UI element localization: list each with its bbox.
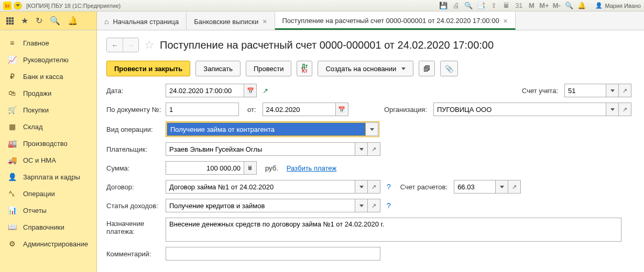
- compare-icon[interactable]: 📑: [477, 2, 485, 10]
- sidebar-item-admin[interactable]: ⚙Администрирование: [0, 235, 96, 252]
- contract-dropdown[interactable]: [355, 180, 368, 194]
- calc-account-open[interactable]: ↗: [508, 180, 521, 194]
- label-date: Дата:: [106, 87, 161, 95]
- sidebar-item-label: Банк и касса: [23, 73, 63, 81]
- save-icon[interactable]: 💾: [439, 2, 447, 10]
- nav-buttons: ← →: [106, 38, 139, 52]
- dtkt-button[interactable]: ДтКт: [297, 61, 312, 76]
- account-open[interactable]: ↗: [619, 84, 631, 97]
- calendar-icon[interactable]: 31: [515, 2, 523, 10]
- purpose-textarea[interactable]: [166, 218, 621, 242]
- sidebar-item-references[interactable]: 📖Справочники: [0, 219, 96, 235]
- calc-account-dropdown[interactable]: [496, 180, 508, 194]
- sidebar-item-label: ОС и НМА: [23, 156, 56, 164]
- label-sum: Сумма:: [106, 164, 161, 172]
- sidebar-item-hr[interactable]: 👤Зарплата и кадры: [0, 168, 96, 185]
- sum-input[interactable]: [166, 161, 244, 175]
- sidebar-item-manager[interactable]: 📈Руководителю: [0, 51, 96, 68]
- calc-account-input[interactable]: [454, 180, 496, 194]
- docdate-calendar-button[interactable]: 📅: [336, 103, 348, 116]
- sidebar-item-label: Производство: [23, 140, 68, 148]
- create-based-on-button[interactable]: Создать на основании: [318, 61, 413, 76]
- sidebar-item-reports[interactable]: 📊Отчеты: [0, 202, 96, 219]
- payer-dropdown[interactable]: [355, 142, 368, 156]
- sidebar-item-label: Зарплата и кадры: [23, 173, 80, 181]
- main-menu-dropdown[interactable]: [14, 2, 22, 10]
- apps-icon[interactable]: [6, 17, 14, 25]
- print-preview-icon[interactable]: 🔍: [464, 2, 473, 10]
- sidebar-item-label: Склад: [23, 123, 43, 131]
- contract-open[interactable]: ↗: [368, 180, 380, 194]
- income-item-input[interactable]: [166, 199, 355, 212]
- org-input[interactable]: [433, 103, 606, 116]
- optype-input[interactable]: [167, 122, 366, 136]
- back-button[interactable]: ←: [107, 38, 123, 52]
- split-payment-link[interactable]: Разбить платеж: [287, 164, 336, 172]
- notifications-icon[interactable]: 🔔: [577, 2, 586, 10]
- sidebar-item-label: Главное: [23, 39, 49, 47]
- form: Дата: 📅 ↗ Счет учета: ↗ По документу №:: [106, 84, 631, 260]
- sidebar-item-production[interactable]: 🏭Производство: [0, 135, 96, 152]
- tab-home[interactable]: ⌂ Начальная страница: [97, 12, 187, 30]
- tab-receipt[interactable]: Поступление на расчетный счет 0000-00000…: [275, 12, 516, 30]
- tab-bank-statements[interactable]: Банковские выписки ×: [187, 12, 275, 30]
- search-icon[interactable]: 🔍: [50, 16, 60, 26]
- account-input[interactable]: [564, 84, 606, 97]
- sidebar-item-assets[interactable]: 🚚ОС и НМА: [0, 152, 96, 168]
- sidebar-item-operations[interactable]: ᴬₖОперации: [0, 185, 96, 202]
- gear-icon: ⚙: [7, 240, 17, 248]
- favorite-star-icon[interactable]: ★: [21, 16, 28, 26]
- label-purpose: Назначение платежа:: [106, 218, 161, 235]
- tabs-bar: ⌂ Начальная страница Банковские выписки …: [97, 12, 644, 30]
- income-item-dropdown[interactable]: [355, 199, 368, 212]
- sidebar-item-bank[interactable]: ₽Банк и касса: [0, 68, 96, 85]
- window-title: [КОПИЯ] ПБУ 18 (1С:Предприятие): [26, 3, 439, 9]
- bell-icon[interactable]: 🔔: [68, 16, 78, 26]
- forward-button[interactable]: →: [123, 38, 138, 52]
- account-dropdown[interactable]: [606, 84, 619, 97]
- docdate-input[interactable]: [263, 103, 336, 116]
- sidebar-item-sales[interactable]: 🛍Продажи: [0, 85, 96, 101]
- org-open[interactable]: ↗: [619, 103, 631, 116]
- m-icon[interactable]: M: [527, 2, 536, 10]
- m-plus-icon[interactable]: M+: [540, 2, 548, 10]
- payer-open[interactable]: ↗: [368, 142, 380, 156]
- optype-dropdown[interactable]: [366, 122, 378, 136]
- related-docs-button[interactable]: 🗐: [419, 61, 435, 76]
- docno-input[interactable]: [166, 103, 239, 116]
- sidebar-item-main[interactable]: ≡Главное: [0, 35, 96, 51]
- date-input[interactable]: [166, 84, 244, 97]
- help-income-icon[interactable]: ?: [387, 201, 391, 210]
- refresh-icon[interactable]: ↗: [261, 86, 269, 95]
- label-optype: Вид операции:: [106, 126, 161, 133]
- user-label[interactable]: 👤 Мария Ивано: [595, 2, 641, 9]
- sidebar-item-label: Покупки: [23, 106, 49, 114]
- comment-input[interactable]: [166, 247, 380, 260]
- org-dropdown[interactable]: [606, 103, 619, 116]
- income-item-open[interactable]: ↗: [368, 199, 380, 212]
- close-icon[interactable]: ×: [263, 17, 267, 26]
- calculator-button[interactable]: 🖩: [244, 161, 257, 175]
- post-button[interactable]: Провести: [246, 61, 292, 76]
- label-calc-account: Счет расчетов:: [400, 183, 447, 191]
- favorite-toggle-icon[interactable]: ☆: [144, 38, 155, 52]
- sidebar-item-warehouse[interactable]: ▦Склад: [0, 118, 96, 135]
- upload-icon[interactable]: ⇪: [489, 2, 498, 10]
- tab-label: Поступление на расчетный счет 0000-00000…: [282, 17, 499, 25]
- calculator-icon[interactable]: 🖩: [502, 2, 510, 10]
- payer-input[interactable]: [166, 142, 355, 156]
- sidebar-item-purchases[interactable]: 🛒Покупки: [0, 101, 96, 118]
- attach-button[interactable]: 📎: [440, 61, 458, 76]
- history-icon[interactable]: ↻: [36, 16, 42, 26]
- m-minus-icon[interactable]: M-: [552, 2, 561, 10]
- zoom-icon[interactable]: 🔍: [565, 2, 573, 10]
- content-area: ← → ☆ Поступление на расчетный счет 0000…: [97, 30, 644, 272]
- post-and-close-button[interactable]: Провести и закрыть: [106, 61, 190, 76]
- contract-input[interactable]: [166, 180, 355, 194]
- print-icon[interactable]: 🖨: [452, 2, 460, 10]
- close-icon[interactable]: ×: [504, 17, 508, 25]
- label-payer: Плательщик:: [106, 145, 161, 153]
- save-button[interactable]: Записать: [195, 61, 241, 76]
- help-contract-icon[interactable]: ?: [387, 183, 391, 191]
- calendar-button[interactable]: 📅: [244, 84, 257, 97]
